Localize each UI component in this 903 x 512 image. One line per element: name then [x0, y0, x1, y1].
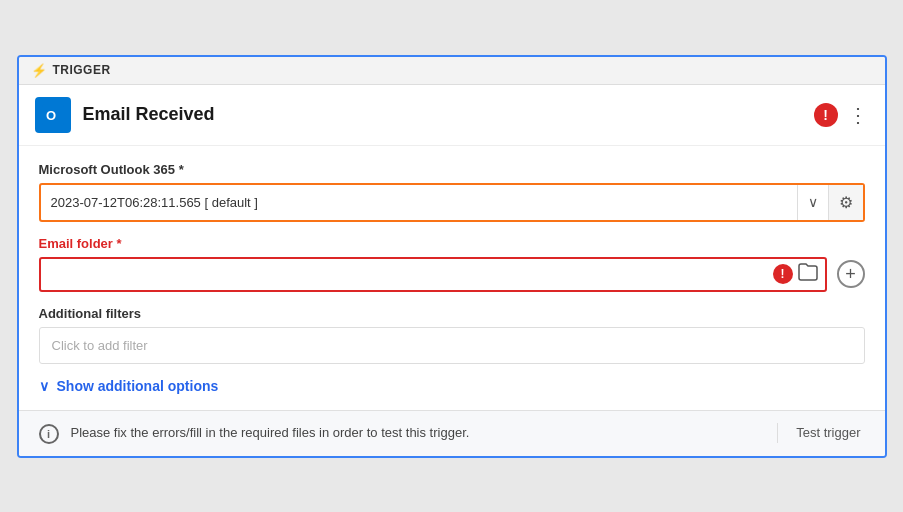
trigger-header: ⚡ TRIGGER — [19, 57, 885, 85]
svg-text:O: O — [46, 108, 56, 123]
folder-error-icon: ! — [773, 264, 793, 284]
email-folder-input[interactable] — [41, 259, 767, 290]
bolt-icon: ⚡ — [31, 63, 47, 78]
chevron-down-icon: ∨ — [808, 194, 818, 210]
email-header: O Email Received ! ⋮ — [19, 85, 885, 146]
email-folder-input-group: ! — [39, 257, 827, 292]
show-additional-label: Show additional options — [57, 378, 219, 394]
email-received-title: Email Received — [83, 104, 802, 125]
add-filter-button[interactable]: Click to add filter — [39, 327, 865, 364]
filter-placeholder-text: Click to add filter — [52, 338, 148, 353]
connection-dropdown-button[interactable]: ∨ — [798, 186, 828, 218]
connection-input[interactable] — [41, 187, 797, 218]
outlook-icon: O — [35, 97, 71, 133]
trigger-label: TRIGGER — [53, 63, 111, 77]
footer-bar: i Please fix the errors/fill in the requ… — [19, 410, 885, 456]
email-folder-label: Email folder — [39, 236, 865, 251]
footer-separator — [777, 423, 778, 443]
header-error-badge: ! — [814, 103, 838, 127]
connection-settings-button[interactable]: ⚙ — [828, 185, 863, 220]
trigger-card: ⚡ TRIGGER O Email Received ! ⋮ Microsoft… — [17, 55, 887, 458]
connection-label: Microsoft Outlook 365 — [39, 162, 865, 177]
header-icons: ! ⋮ — [814, 103, 869, 127]
connection-input-group: ∨ ⚙ — [39, 183, 865, 222]
dots-menu-button[interactable]: ⋮ — [848, 103, 869, 127]
gear-icon: ⚙ — [839, 193, 853, 212]
connection-input-actions: ∨ ⚙ — [797, 185, 863, 220]
body-section: Microsoft Outlook 365 ∨ ⚙ Email folder ! — [19, 146, 885, 410]
folder-actions: ! — [767, 259, 825, 290]
plus-icon: + — [845, 264, 856, 285]
folder-browse-icon[interactable] — [797, 263, 819, 286]
add-folder-button[interactable]: + — [837, 260, 865, 288]
info-icon: i — [39, 424, 59, 444]
show-additional-chevron-icon: ∨ — [39, 378, 49, 394]
footer-message: Please fix the errors/fill in the requir… — [71, 423, 764, 443]
additional-filters-label: Additional filters — [39, 306, 865, 321]
show-additional-options-button[interactable]: ∨ Show additional options — [39, 378, 865, 394]
test-trigger-button[interactable]: Test trigger — [792, 423, 864, 442]
